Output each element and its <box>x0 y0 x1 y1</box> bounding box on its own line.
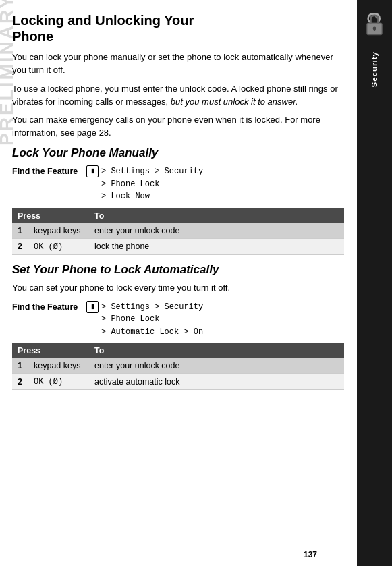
row-key: OK (Ø) <box>28 238 89 254</box>
table-row: 2 OK (Ø) lock the phone <box>12 238 344 254</box>
body-paragraph-2: To use a locked phone, you must enter th… <box>12 83 344 109</box>
row-action: lock the phone <box>89 238 344 254</box>
find-feature-section1: Find the Feature ▮ > Settings > Security… <box>12 165 344 203</box>
page-number: 137 <box>304 550 317 559</box>
table-row: 1 keypad keys enter your unlock code <box>12 358 344 374</box>
body-paragraph-1: You can lock your phone manually or set … <box>12 51 344 77</box>
press-table-section1: Press To 1 keypad keys enter your unlock… <box>12 208 344 255</box>
to-header-2: To <box>89 343 344 358</box>
row-action: activate automatic lock <box>89 374 344 390</box>
menu-icon-1: ▮ <box>86 165 99 177</box>
page-title: Locking and Unlocking Your Phone <box>12 12 344 45</box>
body-paragraph-3: You can make emergency calls on your pho… <box>12 114 344 140</box>
menu-icon-2: ▮ <box>86 301 99 313</box>
press-header-2: Press <box>12 343 89 358</box>
find-feature-path-1: ▮ > Settings > Security > Phone Lock > L… <box>86 165 203 203</box>
row-action: enter your unlock code <box>89 223 344 239</box>
lock-icon <box>362 12 387 39</box>
row-num: 2 <box>12 374 28 390</box>
body-paragraph-4: You can set your phone to lock every tim… <box>12 282 344 295</box>
section2-title: Set Your Phone to Lock Automatically <box>12 263 344 277</box>
table-row: 2 OK (Ø) activate automatic lock <box>12 374 344 390</box>
row-key: keypad keys <box>28 358 89 374</box>
row-num: 2 <box>12 238 28 254</box>
row-key: OK (Ø) <box>28 374 89 390</box>
svg-rect-2 <box>374 28 375 31</box>
path-line-1-3: > Lock Now <box>86 190 203 203</box>
press-table-section2: Press To 1 keypad keys enter your unlock… <box>12 343 344 390</box>
table-row: 1 keypad keys enter your unlock code <box>12 223 344 239</box>
find-feature-path-2: ▮ > Settings > Security > Phone Lock > A… <box>86 301 203 339</box>
to-header-1: To <box>89 208 344 223</box>
row-key: keypad keys <box>28 223 89 239</box>
row-action: enter your unlock code <box>89 358 344 374</box>
find-feature-label-2: Find the Feature <box>12 301 86 312</box>
path-line-2-2: > Phone Lock <box>86 313 203 326</box>
path-line-2-3: > Automatic Lock > On <box>86 326 203 339</box>
path-line-1-1: ▮ > Settings > Security <box>86 165 203 178</box>
find-feature-section2: Find the Feature ▮ > Settings > Security… <box>12 301 344 339</box>
section1-title: Lock Your Phone Manually <box>12 146 344 160</box>
path-line-2-1: ▮ > Settings > Security <box>86 301 203 314</box>
find-feature-label-1: Find the Feature <box>12 165 86 176</box>
main-content: Locking and Unlocking Your Phone You can… <box>0 0 358 566</box>
sidebar: Security <box>357 0 392 566</box>
press-header-1: Press <box>12 208 89 223</box>
row-num: 1 <box>12 223 28 239</box>
sidebar-label: Security <box>370 51 379 87</box>
path-line-1-2: > Phone Lock <box>86 178 203 191</box>
row-num: 1 <box>12 358 28 374</box>
